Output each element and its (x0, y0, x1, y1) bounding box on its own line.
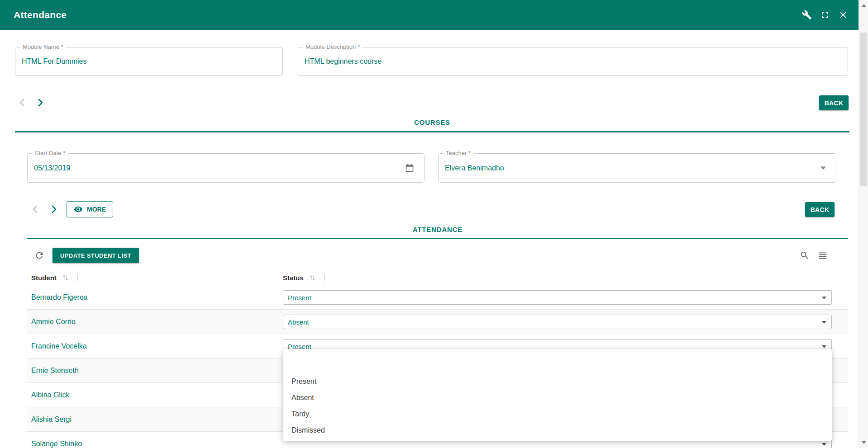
select-caret-icon (822, 321, 826, 324)
sort-icon[interactable] (309, 274, 316, 281)
refresh-icon[interactable] (33, 249, 46, 262)
module-description-field[interactable]: Module Description * HTML beginners cour… (298, 47, 848, 76)
update-student-list-button[interactable]: UPDATE STUDENT LIST (52, 248, 139, 263)
student-name: Solange Shinko (31, 440, 82, 448)
dropdown-caret-icon[interactable] (820, 166, 826, 170)
attendance-tab[interactable]: ATTENDANCE (27, 226, 848, 233)
status-select[interactable]: Absent (283, 315, 832, 329)
courses-tab-indicator (15, 131, 849, 132)
column-header-status[interactable]: Status (283, 270, 328, 285)
module-name-value: HTML For Dummies (22, 47, 86, 75)
more-button-label: MORE (87, 206, 106, 213)
table-row: Ammie Corrio Absent (27, 310, 848, 334)
scrollbar-thumb[interactable] (860, 33, 867, 186)
eye-icon (74, 205, 83, 214)
student-name: Ernie Stenseth (31, 367, 79, 375)
scroll-down-button[interactable] (859, 438, 868, 447)
prev-page-button[interactable] (14, 94, 30, 111)
column-title-status: Status (283, 274, 304, 282)
column-title-student: Student (31, 274, 57, 282)
column-menu-icon[interactable] (321, 274, 328, 281)
calendar-icon[interactable] (405, 164, 414, 173)
next-course-button[interactable] (46, 201, 62, 217)
attendance-window: Attendance Module Name * HTML For Dummie… (0, 0, 868, 448)
select-caret-icon (822, 345, 826, 348)
vertical-scrollbar[interactable] (858, 0, 868, 448)
teacher-value: Elvera Benimadho (445, 154, 504, 182)
teacher-field[interactable]: Teacher * Elvera Benimadho (438, 153, 836, 183)
student-name: Francine Vocelka (31, 342, 87, 350)
column-header-student[interactable]: Student (31, 270, 81, 285)
courses-tab[interactable]: COURSES (15, 118, 849, 126)
window-titlebar: Attendance (0, 0, 858, 30)
close-icon[interactable] (838, 9, 849, 20)
start-date-field[interactable]: Start Date * 05/13/2019 (27, 153, 424, 183)
dropdown-option-dismissed[interactable]: Dismissed (283, 422, 832, 439)
search-icon[interactable] (798, 249, 811, 262)
attendance-tab-indicator (27, 238, 848, 239)
start-date-value: 05/13/2019 (34, 154, 70, 182)
back-button[interactable]: BACK (819, 95, 849, 110)
more-button[interactable]: MORE (67, 201, 113, 217)
next-page-button[interactable] (32, 94, 48, 111)
dropdown-option-absent[interactable]: Absent (283, 390, 832, 406)
student-name: Alishia Sergi (31, 415, 72, 424)
student-name: Albina Glick (31, 391, 69, 399)
dropdown-option-tardy[interactable]: Tardy (283, 406, 832, 422)
dropdown-option-present[interactable]: Present (283, 373, 832, 390)
titlebar-icons (801, 9, 849, 20)
table-header: Student Status (27, 270, 848, 285)
module-description-value: HTML beginners course (305, 47, 382, 75)
fullscreen-icon[interactable] (820, 9, 830, 20)
status-select-value: Present (288, 294, 311, 302)
select-caret-icon (822, 297, 826, 299)
column-menu-icon[interactable] (74, 274, 81, 281)
sort-icon[interactable] (62, 274, 69, 281)
prev-course-button[interactable] (27, 201, 43, 217)
back-button-courses[interactable]: BACK (805, 202, 835, 217)
dropdown-option-empty[interactable] (283, 353, 832, 373)
window-title: Attendance (14, 9, 67, 20)
status-select-value: Absent (288, 318, 309, 326)
table-row: Bernardo Figeroa Present (27, 285, 848, 310)
menu-icon[interactable] (816, 249, 829, 262)
tools-icon[interactable] (801, 9, 812, 20)
module-name-field[interactable]: Module Name * HTML For Dummies (15, 47, 283, 76)
scroll-up-button[interactable] (859, 1, 868, 10)
student-name: Bernardo Figeroa (31, 293, 88, 302)
student-name: Ammie Corrio (31, 318, 76, 326)
status-dropdown-popup: Present Absent Tardy Dismissed (283, 349, 832, 441)
status-select[interactable]: Present (283, 290, 832, 305)
select-caret-icon (822, 443, 826, 446)
